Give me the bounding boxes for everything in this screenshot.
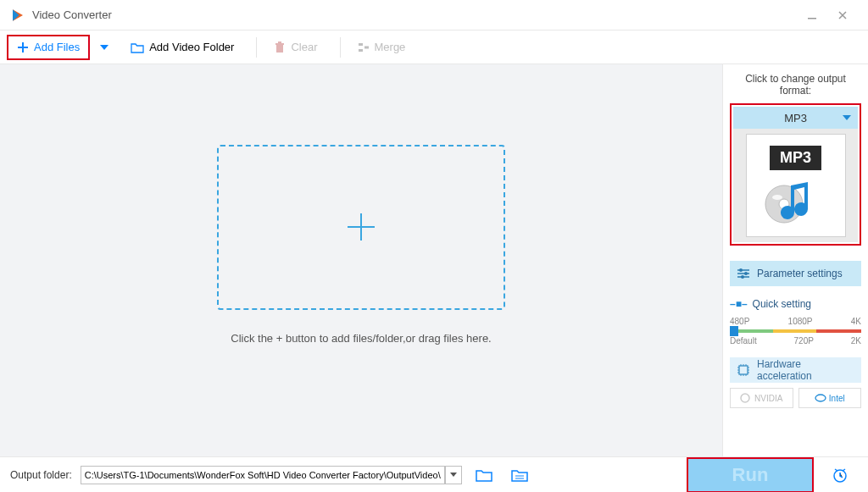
scale-tick: 2K bbox=[851, 336, 861, 346]
dropzone: Click the + button to add files/folder,o… bbox=[217, 145, 505, 345]
slider-knob[interactable] bbox=[730, 326, 738, 336]
trash-icon bbox=[274, 41, 286, 53]
merge-icon bbox=[358, 41, 370, 53]
scale-top: 480P 1080P 4K bbox=[730, 317, 861, 326]
clear-label: Clear bbox=[291, 41, 317, 53]
output-folder-dropdown[interactable] bbox=[445, 466, 462, 484]
gpu-chip-row: NVIDIA Intel bbox=[730, 388, 861, 408]
scale-tick: 480P bbox=[730, 317, 749, 326]
disc-music-icon bbox=[762, 175, 830, 226]
slider-track[interactable] bbox=[730, 329, 861, 333]
svg-rect-2 bbox=[359, 49, 363, 52]
add-video-folder-button[interactable]: Add Video Folder bbox=[122, 35, 242, 60]
scale-tick: 1080P bbox=[788, 317, 813, 326]
format-name: MP3 bbox=[784, 112, 807, 124]
footer: Output folder: Run bbox=[0, 456, 868, 492]
main-area: Click the + button to add files/folder,o… bbox=[0, 64, 722, 456]
scale-tick: 720P bbox=[794, 336, 814, 346]
format-selector[interactable]: MP3 bbox=[733, 107, 858, 129]
hardware-acceleration-button[interactable]: Hardware acceleration bbox=[730, 357, 861, 383]
merge-label: Merge bbox=[375, 41, 406, 53]
quick-setting-label: Quick setting bbox=[753, 298, 811, 310]
svg-point-7 bbox=[772, 195, 782, 200]
handle-icon: –■– bbox=[730, 298, 748, 310]
output-folder-input[interactable] bbox=[81, 466, 445, 484]
add-files-button[interactable]: Add Files bbox=[7, 35, 90, 60]
run-label: Run bbox=[732, 464, 769, 486]
minimize-button[interactable] bbox=[797, 0, 827, 30]
merge-button[interactable]: Merge bbox=[349, 35, 415, 60]
app-logo-icon bbox=[10, 8, 25, 23]
scale-bottom: Default 720P 2K bbox=[730, 336, 861, 346]
svg-rect-0 bbox=[808, 18, 816, 19]
plus-icon bbox=[17, 41, 29, 53]
format-panel[interactable]: MP3 MP3 bbox=[730, 103, 861, 246]
plus-large-icon bbox=[342, 208, 380, 246]
dropzone-hint: Click the + button to add files/folder,o… bbox=[217, 332, 505, 345]
titlebar: Video Converter bbox=[0, 0, 868, 30]
svg-point-12 bbox=[741, 394, 749, 402]
format-card: MP3 bbox=[746, 134, 846, 237]
intel-chip[interactable]: Intel bbox=[798, 388, 862, 408]
svg-rect-11 bbox=[739, 366, 748, 374]
nvidia-chip[interactable]: NVIDIA bbox=[730, 388, 793, 408]
quick-setting-header: –■– Quick setting bbox=[730, 298, 861, 310]
run-button[interactable]: Run bbox=[687, 457, 814, 493]
format-badge: MP3 bbox=[770, 146, 821, 170]
add-files-label: Add Files bbox=[34, 41, 80, 53]
svg-rect-3 bbox=[364, 46, 369, 48]
output-folder-label: Output folder: bbox=[10, 469, 72, 481]
intel-label: Intel bbox=[829, 394, 845, 403]
hw-accel-label: Hardware acceleration bbox=[757, 358, 854, 382]
svg-point-10 bbox=[741, 275, 744, 279]
timer-icon[interactable] bbox=[822, 466, 858, 484]
toolbar: Add Files Add Video Folder Clear Merge bbox=[0, 30, 868, 64]
chip-icon bbox=[737, 363, 750, 377]
separator bbox=[340, 37, 341, 58]
sliders-icon bbox=[737, 268, 750, 279]
sidebar: Click to change output format: MP3 MP3 P… bbox=[722, 64, 868, 456]
svg-point-8 bbox=[739, 268, 743, 272]
svg-rect-1 bbox=[359, 43, 363, 46]
parameter-settings-button[interactable]: Parameter settings bbox=[730, 261, 861, 286]
quality-slider[interactable]: 480P 1080P 4K Default 720P 2K bbox=[730, 317, 861, 346]
folder-list-icon[interactable] bbox=[506, 465, 533, 485]
add-files-dropdown[interactable] bbox=[95, 45, 114, 50]
parameter-settings-label: Parameter settings bbox=[757, 268, 843, 279]
add-folder-label: Add Video Folder bbox=[149, 41, 234, 53]
clear-button[interactable]: Clear bbox=[265, 35, 326, 60]
dropzone-box[interactable] bbox=[217, 145, 505, 310]
format-preview: MP3 bbox=[733, 129, 858, 242]
separator bbox=[256, 37, 257, 58]
folder-icon bbox=[131, 41, 144, 53]
svg-point-13 bbox=[815, 395, 826, 401]
app-title: Video Converter bbox=[32, 8, 797, 21]
chevron-down-icon bbox=[843, 115, 851, 120]
svg-point-9 bbox=[744, 272, 748, 275]
nvidia-label: NVIDIA bbox=[754, 394, 782, 403]
change-format-label: Click to change output format: bbox=[730, 73, 861, 97]
close-button[interactable] bbox=[827, 0, 858, 30]
open-folder-icon[interactable] bbox=[470, 465, 498, 485]
scale-tick: Default bbox=[730, 336, 757, 346]
scale-tick: 4K bbox=[851, 317, 861, 326]
